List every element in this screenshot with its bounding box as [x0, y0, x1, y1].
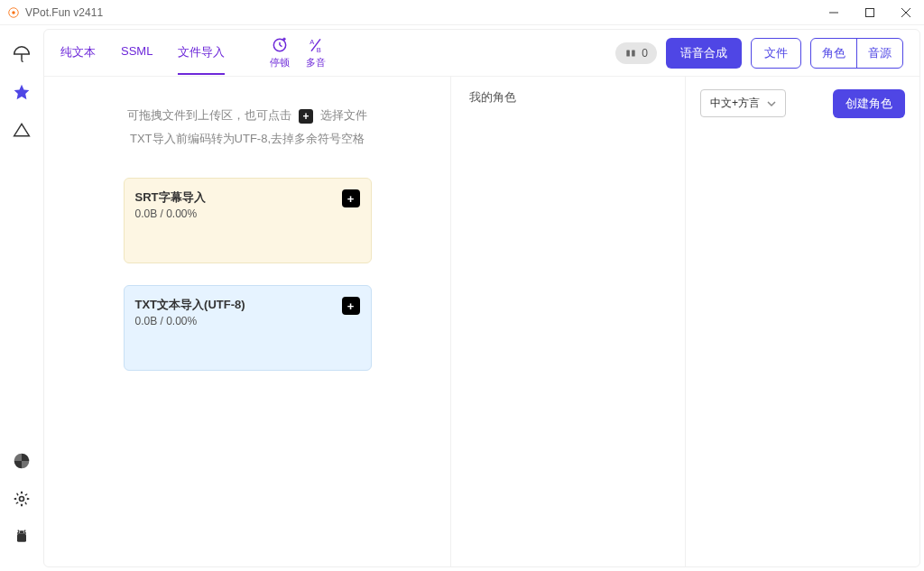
tab-bar: 纯文本 SSML 文件导入 — [60, 32, 225, 75]
app-icon — [7, 6, 20, 19]
body-panels: 可拖拽文件到上传区，也可点击 + 选择文件 TXT导入前编码转为UTF-8,去掉… — [44, 77, 919, 566]
counter-badge[interactable]: 0 — [615, 42, 657, 64]
action-pause-label: 停顿 — [270, 56, 290, 69]
sidebar-item-android[interactable] — [11, 526, 32, 548]
svg-text:A: A — [310, 38, 315, 46]
svg-rect-3 — [866, 8, 874, 16]
panel-left: 可拖拽文件到上传区，也可点击 + 选择文件 TXT导入前编码转为UTF-8,去掉… — [44, 77, 450, 566]
role-segment[interactable]: 角色 — [811, 39, 856, 68]
instructions-line1-suffix: 选择文件 — [320, 108, 367, 122]
instructions-line2: TXT导入前编码转为UTF-8,去掉多余符号空格 — [80, 127, 414, 151]
language-dropdown[interactable]: 中文+方言 — [700, 89, 786, 117]
create-role-button[interactable]: 创建角色 — [833, 89, 905, 118]
sidebar-item-settings[interactable] — [11, 488, 32, 510]
srt-card-subtitle: 0.0B / 0.00% — [135, 207, 360, 220]
txt-add-button[interactable]: + — [342, 297, 360, 315]
tab-plaintext[interactable]: 纯文本 — [60, 32, 96, 75]
top-toolbar: 纯文本 SSML 文件导入 停顿 AB 多音 0 语音合成 — [44, 30, 919, 77]
content-area: 纯文本 SSML 文件导入 停顿 AB 多音 0 语音合成 — [43, 29, 920, 567]
tab-file-import[interactable]: 文件导入 — [178, 32, 225, 75]
svg-line-10 — [18, 530, 19, 532]
sidebar-item-umbrella[interactable] — [11, 43, 32, 65]
close-button[interactable] — [888, 0, 924, 25]
svg-rect-20 — [627, 50, 631, 56]
chevron-down-icon — [767, 99, 776, 108]
svg-line-11 — [24, 530, 25, 532]
upload-card-txt[interactable]: TXT文本导入(UTF-8) 0.0B / 0.00% + — [124, 285, 372, 371]
ab-compare-icon: AB — [307, 36, 325, 54]
txt-card-subtitle: 0.0B / 0.00% — [135, 315, 360, 327]
svg-rect-21 — [632, 50, 635, 56]
svg-point-8 — [19, 531, 20, 532]
sidebar-item-star[interactable] — [11, 81, 32, 103]
upload-card-srt[interactable]: SRT字幕导入 0.0B / 0.00% + — [124, 178, 372, 263]
app-sidebar — [0, 25, 43, 571]
role-source-group: 角色 音源 — [810, 38, 903, 69]
sidebar-item-aperture[interactable] — [11, 450, 32, 472]
instructions: 可拖拽文件到上传区，也可点击 + 选择文件 TXT导入前编码转为UTF-8,去掉… — [80, 104, 414, 151]
srt-card-title: SRT字幕导入 — [135, 189, 360, 206]
sidebar-item-triangle[interactable] — [11, 119, 32, 141]
window-controls — [816, 0, 924, 25]
toolbar-actions: 停顿 AB 多音 — [270, 36, 326, 69]
svg-line-14 — [280, 45, 282, 47]
instructions-line1-prefix: 可拖拽文件到上传区，也可点击 — [127, 108, 291, 122]
action-pause[interactable]: 停顿 — [270, 36, 290, 69]
counter-icon — [624, 47, 637, 60]
plus-icon: + — [299, 109, 313, 124]
maximize-button[interactable] — [852, 0, 888, 25]
svg-point-1 — [12, 11, 15, 14]
window-title: VPot.Fun v2411 — [25, 6, 103, 19]
action-polyphone-label: 多音 — [306, 56, 326, 69]
language-dropdown-label: 中文+方言 — [710, 96, 760, 111]
source-segment[interactable]: 音源 — [856, 39, 902, 68]
panel-right: 中文+方言 创建角色 — [685, 77, 919, 566]
action-polyphone[interactable]: AB 多音 — [306, 36, 326, 69]
srt-add-button[interactable]: + — [342, 189, 360, 207]
file-button[interactable]: 文件 — [751, 38, 801, 69]
tab-ssml[interactable]: SSML — [121, 32, 152, 75]
panel-my-roles: 我的角色 — [450, 77, 685, 566]
my-roles-header: 我的角色 — [469, 89, 667, 106]
svg-point-9 — [23, 531, 24, 532]
counter-value: 0 — [642, 47, 648, 60]
synthesize-button[interactable]: 语音合成 — [666, 38, 742, 69]
clock-icon — [271, 36, 289, 54]
toolbar-right: 0 语音合成 文件 角色 音源 — [615, 38, 903, 69]
txt-card-title: TXT文本导入(UTF-8) — [135, 297, 360, 313]
titlebar-left: VPot.Fun v2411 — [7, 6, 103, 19]
window-titlebar: VPot.Fun v2411 — [0, 0, 924, 25]
svg-text:B: B — [317, 46, 321, 54]
svg-rect-7 — [17, 534, 26, 542]
minimize-button[interactable] — [816, 0, 852, 25]
